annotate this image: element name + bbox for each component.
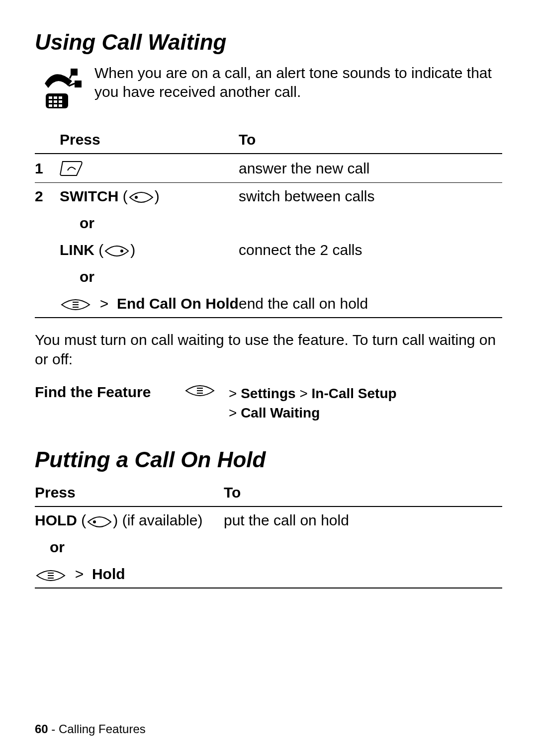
step-description: connect the 2 calls bbox=[239, 242, 502, 258]
chevron: > bbox=[100, 295, 109, 312]
page-number: 60 bbox=[35, 722, 48, 736]
availability-note: (if available) bbox=[122, 512, 203, 528]
right-softkey-icon bbox=[103, 244, 130, 258]
menu-item-hold: Hold bbox=[92, 566, 125, 582]
table-hold-steps: Press To HOLD ( ) (if available) put the… bbox=[35, 481, 502, 588]
table-row: LINK ( ) connect the 2 calls bbox=[35, 237, 502, 263]
column-header-press: Press bbox=[60, 131, 239, 148]
svg-rect-9 bbox=[59, 104, 62, 107]
column-header-press: Press bbox=[35, 484, 224, 501]
or-separator: or bbox=[35, 210, 502, 237]
table-call-waiting-steps: Press To 1 answer the new call 2 SWITCH bbox=[35, 128, 502, 318]
menu-key-icon bbox=[60, 298, 91, 312]
step-description: put the call on hold bbox=[224, 512, 502, 529]
svg-point-20 bbox=[93, 520, 96, 523]
table-row: > Hold bbox=[35, 561, 502, 588]
svg-rect-5 bbox=[54, 100, 57, 103]
phone-network-icon bbox=[35, 64, 85, 113]
find-the-feature-label: Find the Feature bbox=[35, 384, 184, 401]
page-footer: 60 - Calling Features bbox=[35, 722, 146, 736]
svg-rect-2 bbox=[54, 96, 57, 99]
svg-rect-4 bbox=[49, 100, 52, 103]
svg-rect-7 bbox=[49, 104, 52, 107]
note-paragraph: You must turn on call waiting to use the… bbox=[35, 330, 502, 369]
manual-page: Using Call Waiting When you are on a cal… bbox=[0, 0, 537, 756]
menu-key-icon bbox=[35, 569, 67, 583]
svg-point-13 bbox=[120, 250, 123, 252]
svg-rect-6 bbox=[59, 100, 62, 103]
svg-rect-1 bbox=[49, 96, 52, 99]
menu-item-end-call-on-hold: End Call On Hold bbox=[117, 295, 239, 312]
nav-settings: Settings bbox=[241, 386, 295, 401]
softkey-switch-label: SWITCH bbox=[60, 188, 118, 204]
table-row: HOLD ( ) (if available) put the call on … bbox=[35, 507, 502, 534]
intro-paragraph: When you are on a call, an alert tone so… bbox=[94, 64, 502, 101]
or-separator: or bbox=[35, 534, 502, 561]
softkey-link-label: LINK bbox=[60, 242, 94, 258]
svg-rect-11 bbox=[75, 81, 82, 87]
heading-putting-call-on-hold: Putting a Call On Hold bbox=[35, 447, 502, 472]
svg-rect-3 bbox=[59, 96, 62, 99]
nav-path: > Settings > In-Call Setup > Call Waitin… bbox=[229, 384, 397, 422]
heading-using-call-waiting: Using Call Waiting bbox=[35, 30, 502, 55]
chapter-title: Calling Features bbox=[59, 722, 146, 736]
softkey-hold-label: HOLD bbox=[35, 512, 77, 528]
intro-row: When you are on a call, an alert tone so… bbox=[35, 64, 502, 113]
nav-in-call-setup: In-Call Setup bbox=[312, 386, 397, 401]
column-header-to: To bbox=[224, 484, 502, 501]
nav-call-waiting: Call Waiting bbox=[241, 405, 320, 420]
step-number: 1 bbox=[35, 160, 60, 177]
step-number: 2 bbox=[35, 188, 60, 205]
table-row: > End Call On Hold end the call on hold bbox=[35, 290, 502, 318]
left-softkey-icon bbox=[86, 515, 113, 529]
or-separator: or bbox=[35, 263, 502, 290]
svg-rect-8 bbox=[54, 104, 57, 107]
table-row: 1 answer the new call bbox=[35, 154, 502, 183]
column-header-to: To bbox=[239, 131, 502, 148]
step-description: answer the new call bbox=[239, 160, 502, 177]
table-row: 2 SWITCH ( ) switch between calls bbox=[35, 183, 502, 210]
step-description: end the call on hold bbox=[239, 295, 502, 312]
step-description: switch between calls bbox=[239, 188, 502, 205]
menu-key-icon bbox=[184, 384, 216, 398]
left-softkey-icon bbox=[128, 190, 155, 204]
svg-point-12 bbox=[135, 196, 138, 199]
find-the-feature-row: Find the Feature > Settings > In-Call Se… bbox=[35, 384, 502, 422]
send-key-icon bbox=[60, 160, 84, 177]
